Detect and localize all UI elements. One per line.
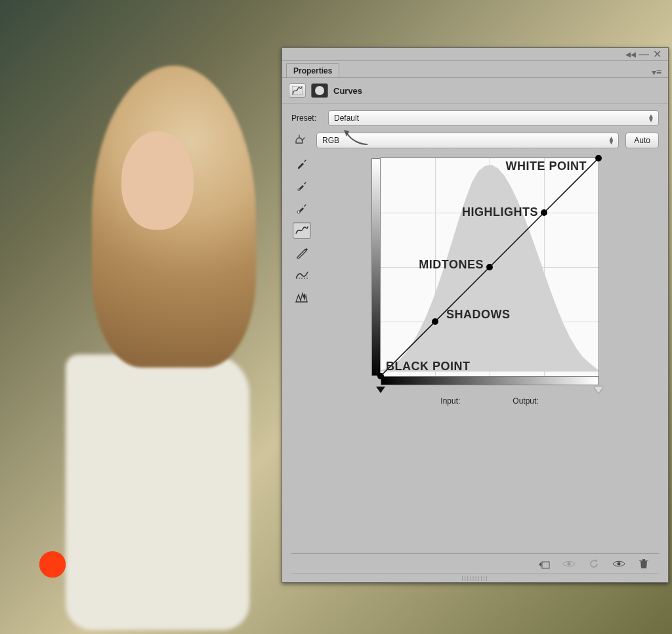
properties-panel: ◂◂ — ✕ Properties ▾≡ Curves Preset: Defa… [282,47,669,583]
sample-black-eyedropper-icon[interactable] [293,155,311,172]
close-icon[interactable]: ✕ [652,50,662,59]
curve-tool-column: ! [291,155,312,406]
curve-point-midtones[interactable] [486,264,493,270]
input-output-row: Input: Output: [440,396,538,406]
svg-rect-4 [542,562,549,568]
edit-points-tool-icon[interactable] [293,222,311,239]
collapse-left-icon[interactable]: ◂◂ [626,50,635,59]
panel-resize-grip[interactable]: |||||||||| [291,573,659,582]
input-black-slider[interactable] [376,387,385,393]
on-image-adjust-icon[interactable] [291,134,310,147]
auto-button[interactable]: Auto [625,133,659,148]
panel-tab-row: Properties ▾≡ [282,61,668,78]
label-shadows: SHADOWS [446,308,511,322]
curves-chart[interactable]: WHITE POINT HIGHLIGHTS MIDTONES SHADOWS … [380,158,599,377]
input-gradient-strip [381,376,598,385]
annotation-arrow-icon [343,129,369,144]
adjustment-curves-icon[interactable] [289,83,306,98]
sample-white-eyedropper-icon[interactable] [293,200,311,217]
tab-properties[interactable]: Properties [286,63,339,77]
channel-row: RGB▲▼ Auto [291,133,659,148]
svg-point-5 [568,562,571,565]
panel-window-controls: ◂◂ — ✕ [282,48,668,61]
minimize-icon[interactable]: — [639,50,648,59]
preset-row: Preset: Default▲▼ [291,110,659,126]
photo-flower [39,551,66,578]
curve-point-highlights[interactable] [541,209,547,216]
label-midtones: MIDTONES [419,258,484,272]
smooth-curve-icon[interactable] [293,266,311,284]
preset-label: Preset: [291,114,322,123]
photo-face [121,131,194,230]
curve-point-shadows[interactable] [432,318,438,325]
label-black-point: BLACK POINT [386,360,471,373]
layer-mask-icon[interactable] [311,83,328,98]
panel-menu-icon[interactable]: ▾≡ [645,67,668,77]
svg-point-0 [297,188,300,191]
toggle-visibility-icon[interactable] [562,557,576,571]
curve-point-black[interactable] [377,373,384,379]
input-white-slider[interactable] [594,387,603,393]
curve-point-white[interactable] [595,155,602,161]
label-white-point: WHITE POINT [506,159,587,173]
svg-point-1 [297,211,300,213]
svg-point-6 [618,562,621,565]
panel-footer [291,553,659,573]
label-highlights: HIGHLIGHTS [462,205,538,219]
clip-to-layer-icon[interactable] [537,557,551,571]
panel-title: Curves [333,86,362,96]
draw-curve-tool-icon[interactable] [293,244,311,261]
input-label: Input: [440,396,460,406]
channel-dropdown[interactable]: RGB▲▼ [316,133,619,148]
sample-gray-eyedropper-icon[interactable] [293,177,311,194]
panel-header: Curves [282,78,668,104]
preset-dropdown[interactable]: Default▲▼ [328,110,659,126]
reset-icon[interactable] [587,557,601,571]
output-gradient-strip [371,158,381,376]
output-label: Output: [513,396,538,406]
clip-warning-icon[interactable]: ! [293,289,311,306]
delete-icon[interactable] [637,557,651,571]
view-previous-icon[interactable] [612,557,626,571]
